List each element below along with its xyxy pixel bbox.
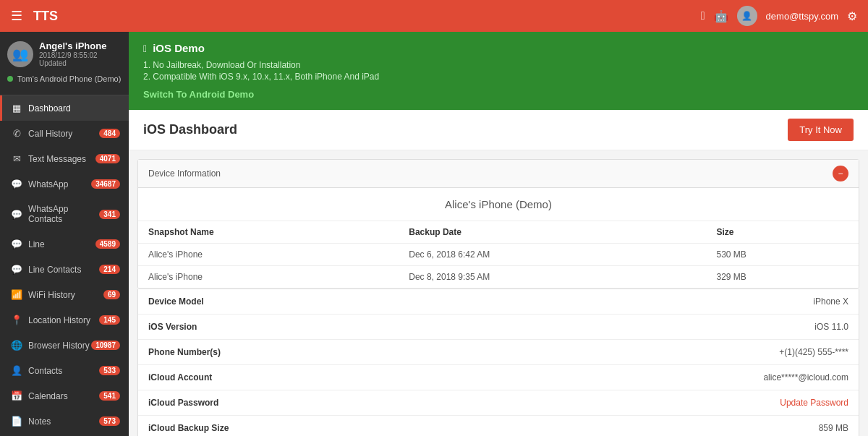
info-label: iOS Version: [148, 322, 197, 332]
line-contacts-badge: 214: [99, 265, 120, 274]
apple-nav-icon: : [701, 9, 705, 22]
sidebar-item-notes[interactable]: 📄 Notes 573: [0, 409, 129, 434]
info-label: Device Model: [148, 296, 204, 307]
dashboard-header: iOS Dashboard Try It Now: [129, 110, 868, 150]
sidebar-item-location-history[interactable]: 📍 Location History 145: [0, 307, 129, 333]
sidebar-item-text-messages[interactable]: ✉ Text Messages 4071: [0, 146, 129, 171]
topnav-left: ☰ TTS: [11, 8, 58, 24]
sidebar-profile: 👥 Angel's iPhone 2018/12/9 8:55:02 Updat…: [0, 32, 129, 95]
topnav: ☰ TTS  🤖 👤 demo@ttspy.com ⚙: [0, 0, 868, 32]
call-icon: ✆: [11, 128, 22, 139]
sidebar-item-whatsapp-contacts[interactable]: 💬 WhatsApp Contacts 341: [0, 197, 129, 231]
ios-banner:  iOS Demo 1. No Jailbreak, Download Or …: [129, 32, 868, 110]
sidebar-label-wifi-history: WiFi History: [28, 290, 75, 300]
snapshot-name: Alice's iPhone: [138, 266, 399, 288]
browser-history-badge: 10987: [91, 341, 120, 350]
sidebar-item-line[interactable]: 💬 Line 4589: [0, 231, 129, 257]
app-logo: TTS: [33, 9, 58, 24]
ios-banner-title:  iOS Demo: [143, 42, 854, 54]
profile-avatar: 👥: [7, 41, 33, 67]
sidebar-item-contacts[interactable]: 👤 Contacts 533: [0, 358, 129, 383]
whatsapp-contacts-icon: 💬: [11, 209, 22, 220]
info-row: Device Model iPhone X: [138, 289, 859, 315]
sidebar-label-location-history: Location History: [28, 315, 90, 325]
section-collapse-button[interactable]: −: [833, 166, 848, 181]
sidebar-item-whatsapp[interactable]: 💬 WhatsApp 34687: [0, 171, 129, 197]
online-dot: [7, 76, 13, 82]
snapshot-table-head: Snapshot Name Backup Date Size: [138, 221, 859, 244]
sidebar-label-calendars: Calendars: [28, 391, 68, 401]
snapshot-size: 530 MB: [706, 244, 859, 266]
calendars-badge: 541: [99, 391, 120, 401]
browser-icon: 🌐: [11, 340, 22, 351]
info-row: Phone Number(s) +(1)(425) 555-****: [138, 340, 859, 365]
main-layout: 👥 Angel's iPhone 2018/12/9 8:55:02 Updat…: [0, 32, 868, 436]
snapshot-date: Dec 8, 2018 9:35 AM: [399, 266, 706, 288]
info-label: iCloud Account: [148, 372, 212, 382]
snapshot-table-body: Alice's iPhone Dec 6, 2018 6:42 AM 530 M…: [138, 244, 859, 288]
profile-updated: 2018/12/9 8:55:02 Updated: [39, 51, 122, 67]
info-row: iCloud Account alice*****@icloud.com: [138, 365, 859, 390]
sidebar-label-browser-history: Browser History: [28, 341, 90, 351]
topnav-right:  🤖 👤 demo@ttspy.com ⚙: [701, 6, 857, 26]
col-backup-date: Backup Date: [399, 221, 706, 244]
col-snapshot-name: Snapshot Name: [138, 221, 399, 244]
notes-icon: 📄: [11, 416, 22, 427]
calendar-icon: 📅: [11, 390, 22, 401]
hamburger-icon[interactable]: ☰: [11, 8, 22, 24]
dashboard-icon: ▦: [11, 103, 22, 114]
sidebar-item-line-contacts[interactable]: 💬 Line Contacts 214: [0, 257, 129, 282]
info-value: iOS 11.0: [814, 322, 848, 332]
sidebar-item-calendars[interactable]: 📅 Calendars 541: [0, 383, 129, 409]
line-icon: 💬: [11, 239, 22, 249]
info-row: iOS Version iOS 11.0: [138, 315, 859, 340]
info-value: iPhone X: [813, 296, 848, 307]
sidebar-label-dashboard: Dashboard: [28, 103, 71, 114]
whatsapp-icon: 💬: [11, 179, 22, 189]
online-device[interactable]: Tom's Android Phone (Demo): [7, 72, 122, 86]
sidebar-label-text-messages: Text Messages: [28, 154, 86, 164]
info-value: +(1)(425) 555-****: [779, 347, 848, 357]
apple-logo-icon: : [143, 43, 147, 54]
section-header: Device Information −: [138, 160, 859, 188]
sidebar-label-whatsapp: WhatsApp: [28, 179, 68, 189]
device-info-section: Device Information − Alice's iPhone (Dem…: [137, 159, 859, 289]
online-device-name: Tom's Android Phone (Demo): [17, 74, 121, 83]
notes-badge: 573: [99, 416, 120, 426]
ios-banner-title-text: iOS Demo: [153, 42, 205, 54]
location-history-badge: 145: [99, 315, 120, 325]
info-value[interactable]: Update Password: [780, 398, 848, 408]
line-badge: 4589: [95, 239, 120, 249]
sidebar-label-contacts: Contacts: [28, 366, 62, 376]
user-avatar: 👤: [737, 6, 757, 26]
sidebar-label-whatsapp-contacts: WhatsApp Contacts: [28, 204, 99, 224]
info-value: alice*****@icloud.com: [763, 372, 848, 382]
settings-icon[interactable]: ⚙: [847, 9, 857, 23]
location-icon: 📍: [11, 315, 22, 325]
wifi-history-badge: 69: [103, 290, 120, 299]
section-header-title: Device Information: [148, 168, 221, 179]
profile-device: 👥 Angel's iPhone 2018/12/9 8:55:02 Updat…: [7, 40, 122, 67]
snapshot-table: Snapshot Name Backup Date Size Alice's i…: [138, 221, 859, 288]
snapshot-row: Alice's iPhone Dec 6, 2018 6:42 AM 530 M…: [138, 244, 859, 266]
android-nav-icon: 🤖: [714, 9, 728, 23]
info-row: iCloud Backup Size 859 MB: [138, 416, 859, 436]
whatsapp-badge: 34687: [91, 179, 120, 189]
col-size: Size: [706, 221, 859, 244]
sidebar-item-browser-history[interactable]: 🌐 Browser History 10987: [0, 333, 129, 358]
profile-info: Angel's iPhone 2018/12/9 8:55:02 Updated: [39, 40, 122, 67]
switch-to-android-link[interactable]: Switch To Android Demo: [143, 89, 854, 100]
snapshot-size: 329 MB: [706, 266, 859, 288]
sidebar-item-dashboard[interactable]: ▦ Dashboard: [0, 95, 129, 121]
info-row: iCloud Password Update Password: [138, 390, 859, 416]
sidebar-item-call-history[interactable]: ✆ Call History 484: [0, 121, 129, 146]
sidebar-item-wifi-history[interactable]: 📶 WiFi History 69: [0, 282, 129, 307]
snapshot-row: Alice's iPhone Dec 8, 2018 9:35 AM 329 M…: [138, 266, 859, 288]
main-content:  iOS Demo 1. No Jailbreak, Download Or …: [129, 32, 868, 436]
user-email: demo@ttspy.com: [766, 11, 838, 22]
try-it-now-button[interactable]: Try It Now: [788, 119, 854, 141]
line-contacts-icon: 💬: [11, 264, 22, 275]
wifi-icon: 📶: [11, 289, 22, 300]
sidebar-menu: ▦ Dashboard ✆ Call History 484 ✉ Text Me…: [0, 95, 129, 436]
sidebar-label-call-history: Call History: [28, 129, 72, 139]
